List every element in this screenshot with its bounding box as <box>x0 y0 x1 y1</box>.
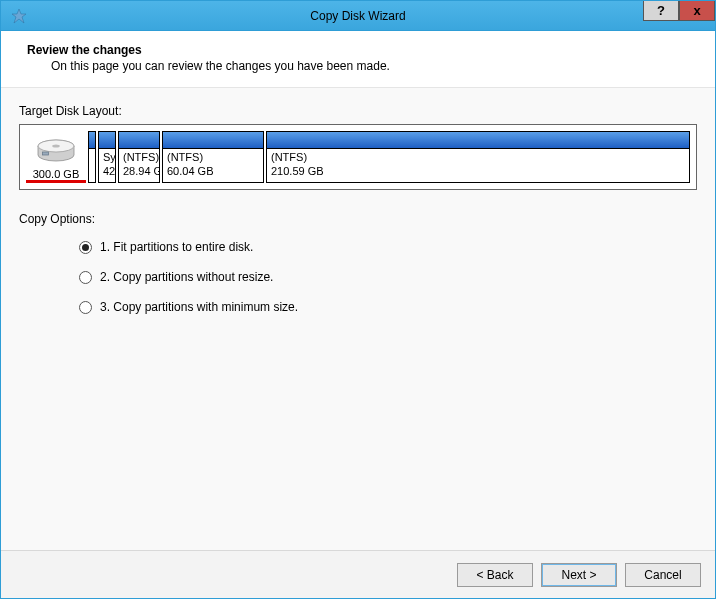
copy-options-label: Copy Options: <box>19 212 697 226</box>
target-disk-label: Target Disk Layout: <box>19 104 697 118</box>
partition-2[interactable]: (NTFS)28.94 G <box>118 131 160 183</box>
partition-bar <box>267 132 689 149</box>
page-title: Review the changes <box>27 43 689 57</box>
partition-bar <box>89 132 95 149</box>
partition-bar <box>99 132 115 149</box>
back-button[interactable]: < Back <box>457 563 533 587</box>
partition-bar <box>119 132 159 149</box>
copy-option-label: 2. Copy partitions without resize. <box>100 270 273 284</box>
disk-layout-frame: 300.0 GB Sys420(NTFS)28.94 G(NTFS)60.04 … <box>19 124 697 190</box>
partition-body: (NTFS)28.94 G <box>119 149 159 182</box>
content-area: Target Disk Layout: 300.0 GB Sys420(NTFS… <box>1 88 715 550</box>
partition-size: 210.59 GB <box>271 165 685 179</box>
next-button[interactable]: Next > <box>541 563 617 587</box>
copy-option-2[interactable]: 2. Copy partitions without resize. <box>79 270 697 284</box>
partition-size: 60.04 GB <box>167 165 259 179</box>
partition-0[interactable] <box>88 131 96 183</box>
partition-body: Sys420 <box>99 149 115 182</box>
radio-icon[interactable] <box>79 301 92 314</box>
titlebar: Copy Disk Wizard ? x <box>1 1 715 31</box>
partition-1[interactable]: Sys420 <box>98 131 116 183</box>
partition-label: (NTFS) <box>167 151 259 165</box>
svg-rect-3 <box>43 152 49 155</box>
radio-icon[interactable] <box>79 241 92 254</box>
partition-label: Sys <box>103 151 111 165</box>
partition-body: (NTFS)210.59 GB <box>267 149 689 182</box>
titlebar-buttons: ? x <box>643 1 715 21</box>
partition-3[interactable]: (NTFS)60.04 GB <box>162 131 264 183</box>
page-subtitle: On this page you can review the changes … <box>51 59 689 73</box>
copy-option-3[interactable]: 3. Copy partitions with minimum size. <box>79 300 697 314</box>
partition-bar <box>163 132 263 149</box>
window-title: Copy Disk Wizard <box>1 9 715 23</box>
copy-option-1[interactable]: 1. Fit partitions to entire disk. <box>79 240 697 254</box>
partition-body: (NTFS)60.04 GB <box>163 149 263 182</box>
cancel-button[interactable]: Cancel <box>625 563 701 587</box>
hard-disk-icon <box>33 137 79 167</box>
disk-size: 300.0 GB <box>33 168 79 180</box>
partition-size: 420 <box>103 165 111 179</box>
partition-label: (NTFS) <box>271 151 685 165</box>
partition-size: 28.94 G <box>123 165 155 179</box>
copy-options-section: Copy Options: 1. Fit partitions to entir… <box>19 208 697 314</box>
copy-option-label: 3. Copy partitions with minimum size. <box>100 300 298 314</box>
svg-point-2 <box>52 145 60 148</box>
help-button[interactable]: ? <box>643 1 679 21</box>
copy-options-list: 1. Fit partitions to entire disk.2. Copy… <box>79 240 697 314</box>
close-button[interactable]: x <box>679 1 715 21</box>
radio-icon[interactable] <box>79 271 92 284</box>
partition-label: (NTFS) <box>123 151 155 165</box>
disk-icon-box[interactable]: 300.0 GB <box>26 131 86 183</box>
wizard-window: Copy Disk Wizard ? x Review the changes … <box>0 0 716 599</box>
app-icon <box>11 8 27 24</box>
partition-body <box>89 149 96 182</box>
partitions-row: Sys420(NTFS)28.94 G(NTFS)60.04 GB(NTFS)2… <box>88 131 690 183</box>
partition-4[interactable]: (NTFS)210.59 GB <box>266 131 690 183</box>
footer: < Back Next > Cancel <box>1 550 715 598</box>
header: Review the changes On this page you can … <box>1 31 715 88</box>
copy-option-label: 1. Fit partitions to entire disk. <box>100 240 253 254</box>
